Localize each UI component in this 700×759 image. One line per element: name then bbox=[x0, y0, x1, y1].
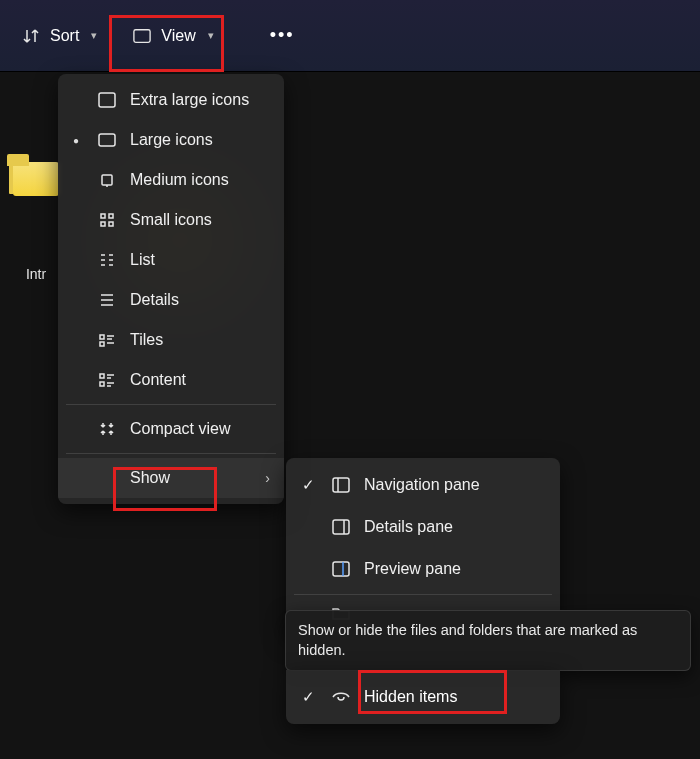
folder-item[interactable]: Intr bbox=[12, 162, 60, 282]
content-icon bbox=[98, 373, 116, 387]
compact-view-icon bbox=[98, 421, 116, 437]
navigation-pane-icon bbox=[332, 477, 350, 493]
chevron-down-icon: ▾ bbox=[208, 29, 214, 42]
folder-icon bbox=[13, 162, 59, 196]
svg-rect-4 bbox=[101, 214, 105, 218]
view-menu: Extra large icons ● Large icons Medium i… bbox=[58, 74, 284, 504]
small-icons-icon bbox=[98, 212, 116, 228]
menu-item-list[interactable]: List bbox=[58, 240, 284, 280]
details-icon bbox=[98, 293, 116, 307]
sort-icon bbox=[22, 27, 40, 45]
chevron-right-icon: › bbox=[265, 470, 270, 486]
more-button[interactable]: ••• bbox=[256, 17, 309, 54]
menu-separator bbox=[66, 404, 276, 405]
chevron-down-icon: ▾ bbox=[91, 29, 97, 42]
list-icon bbox=[98, 253, 116, 267]
svg-rect-8 bbox=[100, 335, 104, 339]
show-submenu-bottom: ✓ Hidden items bbox=[286, 670, 560, 724]
selected-bullet: ● bbox=[68, 135, 84, 146]
svg-rect-3 bbox=[102, 175, 112, 185]
svg-rect-13 bbox=[333, 520, 349, 534]
svg-rect-5 bbox=[109, 214, 113, 218]
view-button[interactable]: View ▾ bbox=[119, 19, 227, 53]
svg-rect-2 bbox=[99, 134, 115, 146]
svg-rect-11 bbox=[100, 382, 104, 386]
svg-rect-6 bbox=[101, 222, 105, 226]
check-icon: ✓ bbox=[298, 688, 318, 706]
tooltip: Show or hide the files and folders that … bbox=[285, 610, 691, 671]
submenu-item-navigation-pane[interactable]: ✓ Navigation pane bbox=[286, 464, 560, 506]
menu-item-tiles[interactable]: Tiles bbox=[58, 320, 284, 360]
menu-item-extra-large-icons[interactable]: Extra large icons bbox=[58, 80, 284, 120]
hidden-items-icon bbox=[332, 690, 350, 704]
svg-rect-10 bbox=[100, 374, 104, 378]
view-label: View bbox=[161, 27, 195, 45]
menu-item-medium-icons[interactable]: Medium icons bbox=[58, 160, 284, 200]
menu-separator bbox=[294, 594, 552, 595]
sort-label: Sort bbox=[50, 27, 79, 45]
folder-label: Intr bbox=[26, 266, 46, 282]
menu-item-content[interactable]: Content bbox=[58, 360, 284, 400]
check-icon: ✓ bbox=[298, 476, 318, 494]
menu-item-small-icons[interactable]: Small icons bbox=[58, 200, 284, 240]
large-icons-icon bbox=[98, 133, 116, 147]
menu-item-large-icons[interactable]: ● Large icons bbox=[58, 120, 284, 160]
svg-rect-7 bbox=[109, 222, 113, 226]
extra-large-icons-icon bbox=[98, 92, 116, 108]
submenu-item-hidden-items[interactable]: ✓ Hidden items bbox=[286, 676, 560, 718]
svg-rect-9 bbox=[100, 342, 104, 346]
svg-rect-14 bbox=[333, 562, 349, 576]
preview-pane-icon bbox=[332, 561, 350, 577]
menu-item-show[interactable]: Show › bbox=[58, 458, 284, 498]
toolbar: Sort ▾ View ▾ ••• bbox=[0, 0, 700, 72]
submenu-item-details-pane[interactable]: Details pane bbox=[286, 506, 560, 548]
show-submenu: ✓ Navigation pane Details pane Preview p… bbox=[286, 458, 560, 633]
tooltip-text: Show or hide the files and folders that … bbox=[298, 622, 637, 658]
svg-rect-1 bbox=[99, 93, 115, 107]
menu-item-details[interactable]: Details bbox=[58, 280, 284, 320]
medium-icons-icon bbox=[98, 173, 116, 187]
menu-separator bbox=[66, 453, 276, 454]
ellipsis-icon: ••• bbox=[270, 25, 295, 46]
svg-rect-0 bbox=[134, 29, 150, 42]
details-pane-icon bbox=[332, 519, 350, 535]
submenu-item-preview-pane[interactable]: Preview pane bbox=[286, 548, 560, 590]
sort-button[interactable]: Sort ▾ bbox=[8, 19, 111, 53]
menu-item-compact-view[interactable]: Compact view bbox=[58, 409, 284, 449]
tiles-icon bbox=[98, 333, 116, 347]
view-icon bbox=[133, 28, 151, 44]
svg-rect-12 bbox=[333, 478, 349, 492]
